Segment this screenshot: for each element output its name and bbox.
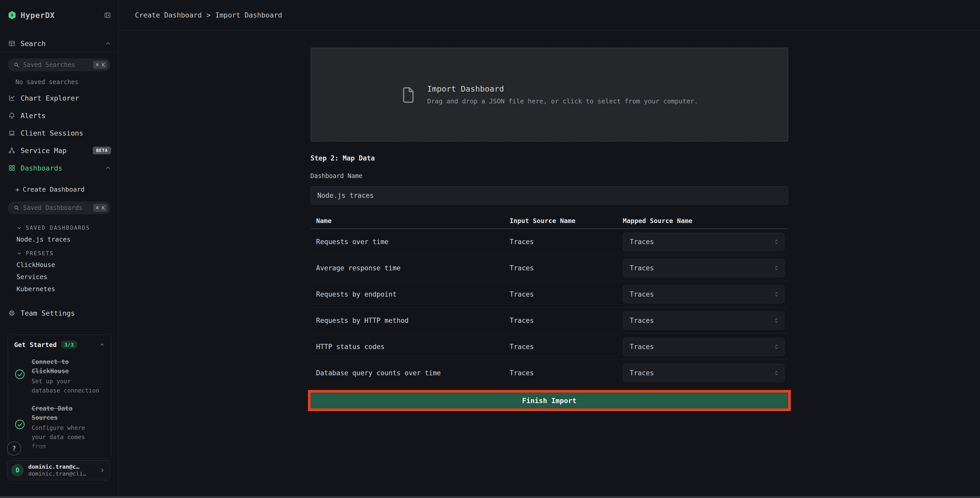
user-name: dominic.tran@c…: [28, 463, 95, 470]
selector-icon: [774, 317, 779, 324]
finish-import-button[interactable]: Finish Import: [310, 393, 788, 409]
dropzone-description: Drag and drop a JSON file here, or click…: [427, 97, 698, 105]
import-content: Import Dashboard Drag and drop a JSON fi…: [310, 48, 788, 411]
grid-icon: [8, 164, 16, 172]
get-started-item-sources[interactable]: Create Data Sources Configure where your…: [14, 404, 105, 451]
saved-dashboards-box[interactable]: ⌘ K: [8, 201, 111, 214]
window-bottom-edge: [0, 496, 980, 498]
nav-label: Service Map: [21, 147, 67, 155]
saved-dashboards-items: Node.js traces: [0, 233, 118, 246]
sidebar-item-chart-explorer[interactable]: Chart Explorer: [0, 89, 118, 107]
progress-badge: 3/3: [61, 341, 77, 348]
help-button[interactable]: ?: [7, 441, 21, 456]
row-input-source: Traces: [510, 369, 623, 377]
sidebar-item-service-map[interactable]: Service Map BETA: [0, 142, 118, 159]
mapped-source-select[interactable]: Traces: [623, 311, 784, 329]
presets-items: ClickHouse Services Kubernetes: [0, 259, 118, 295]
selector-icon: [774, 291, 779, 298]
column-header-input-source: Input Source Name: [510, 217, 623, 225]
row-input-source: Traces: [510, 238, 623, 246]
breadcrumb: Create Dashboard > Import Dashboard: [119, 0, 980, 30]
breadcrumb-import-dashboard: Import Dashboard: [215, 11, 282, 19]
mapped-source-select[interactable]: Traces: [623, 259, 784, 277]
hyperdx-logo-icon: [8, 11, 16, 19]
group-label: PRESETS: [26, 250, 54, 257]
step-label: Step 2: Map Data: [310, 154, 788, 162]
row-input-source: Traces: [510, 317, 623, 324]
sidebar-item-search[interactable]: Search: [8, 38, 111, 48]
chevron-down-icon: [16, 251, 22, 256]
sidebar-item-clickhouse[interactable]: ClickHouse: [0, 259, 118, 271]
sidebar-item-dashboards[interactable]: Dashboards: [0, 159, 118, 177]
dashboard-name-label: Dashboard Name: [310, 172, 788, 180]
create-dashboard-button[interactable]: + Create Dashboard: [16, 183, 118, 196]
selector-icon: [774, 238, 779, 245]
mapped-source-select[interactable]: Traces: [623, 364, 784, 382]
task-description: Set up your database connection: [32, 377, 100, 395]
table-row: Requests by endpoint Traces Traces: [310, 281, 788, 307]
no-saved-searches-text: No saved searches: [16, 78, 118, 86]
user-menu[interactable]: D dominic.tran@c… dominic.tran@cli…: [8, 460, 110, 480]
sidebar-item-alerts[interactable]: Alerts: [0, 107, 118, 124]
chevron-up-icon[interactable]: [105, 165, 111, 171]
row-name: Average response time: [310, 264, 510, 272]
gear-icon: [8, 310, 16, 317]
service-map-icon: [8, 147, 16, 154]
shortcut-badge: ⌘ K: [93, 204, 107, 212]
nav-label: Chart Explorer: [21, 94, 79, 102]
mapped-source-select[interactable]: Traces: [623, 338, 784, 356]
file-icon: [401, 85, 415, 104]
sidebar-item-client-sessions[interactable]: Client Sessions: [0, 124, 118, 142]
mapped-source-select[interactable]: Traces: [623, 233, 784, 251]
row-input-source: Traces: [510, 290, 623, 298]
nav-label: Client Sessions: [21, 129, 83, 137]
row-name: Database query counts over time: [310, 369, 510, 377]
dropzone-title: Import Dashboard: [427, 84, 698, 93]
dashboard-name-input[interactable]: [310, 186, 788, 205]
row-input-source: Traces: [510, 264, 623, 272]
sidebar-item-services[interactable]: Services: [0, 271, 118, 283]
import-dropzone[interactable]: Import Dashboard Drag and drop a JSON fi…: [310, 48, 788, 142]
breadcrumb-create-dashboard[interactable]: Create Dashboard: [135, 11, 202, 19]
bell-icon: [8, 112, 16, 119]
row-name: Requests by HTTP method: [310, 317, 510, 324]
table-icon: [8, 40, 16, 47]
chevron-right-icon: [99, 467, 105, 473]
group-label: SAVED DASHBOARDS: [26, 225, 90, 231]
nav-label: Dashboards: [21, 164, 62, 172]
chart-icon: [8, 94, 16, 102]
user-email: dominic.tran@cli…: [28, 471, 95, 477]
mapped-source-select[interactable]: Traces: [623, 285, 784, 303]
get-started-item-connect[interactable]: Connect to ClickHouse Set up your databa…: [14, 357, 105, 395]
select-value: Traces: [630, 290, 654, 298]
beta-badge: BETA: [93, 147, 111, 154]
row-name: HTTP status codes: [310, 343, 510, 351]
sidebar-nav: Chart Explorer Alerts Client Sessions Se…: [0, 89, 118, 177]
get-started-card: Get Started 3/3 Connect to ClickHouse Se…: [8, 334, 111, 458]
column-header-name: Name: [310, 217, 510, 225]
chevron-up-icon[interactable]: [105, 40, 111, 46]
saved-searches-input[interactable]: [23, 61, 89, 69]
sidebar-item-team-settings[interactable]: Team Settings: [8, 307, 111, 319]
saved-dashboards-group-header[interactable]: SAVED DASHBOARDS: [0, 222, 118, 233]
table-row: Requests by HTTP method Traces Traces: [310, 307, 788, 334]
logo-row: HyperDX: [8, 10, 111, 20]
annotation-highlight-box: Finish Import: [308, 390, 791, 411]
selector-icon: [774, 265, 779, 271]
laptop-icon: [8, 129, 16, 137]
row-input-source: Traces: [510, 343, 623, 351]
check-circle-icon: [14, 369, 25, 395]
sidebar-item-nodejs-traces[interactable]: Node.js traces: [0, 233, 118, 246]
task-description: Configure where your data comes from: [32, 423, 100, 451]
saved-dashboards-input[interactable]: [23, 204, 89, 211]
chevron-up-icon[interactable]: [99, 342, 105, 348]
sidebar-collapse-icon[interactable]: [104, 11, 111, 19]
get-started-header[interactable]: Get Started 3/3: [14, 341, 105, 348]
saved-searches-box[interactable]: ⌘ K: [8, 58, 111, 71]
selector-icon: [774, 343, 779, 350]
select-value: Traces: [630, 238, 654, 246]
selector-icon: [774, 370, 779, 376]
table-row: Average response time Traces Traces: [310, 255, 788, 281]
presets-group-header[interactable]: PRESETS: [0, 248, 118, 259]
sidebar-item-kubernetes[interactable]: Kubernetes: [0, 283, 118, 295]
